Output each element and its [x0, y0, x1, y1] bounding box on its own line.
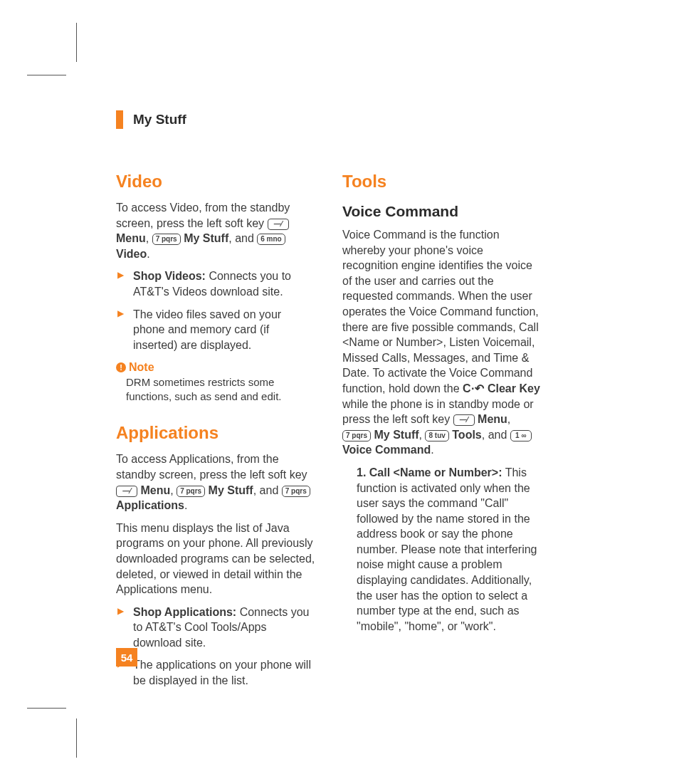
tools-label: Tools — [452, 429, 481, 441]
bullet-lead: Shop Applications: — [133, 606, 236, 618]
key-1-icon: 1 ∞ — [510, 430, 532, 441]
apps-body: This menu displays the list of Java prog… — [116, 521, 315, 597]
text: , and — [228, 232, 257, 244]
softkey-icon: —⁄ — [268, 219, 289, 230]
list-item: The video files saved on your phone and … — [116, 307, 315, 353]
softkey-icon: —⁄ — [116, 486, 137, 497]
clear-key-label: Clear Key — [488, 382, 540, 394]
note-icon: ! — [116, 362, 126, 372]
list-item: Shop Videos: Connects you to AT&T's Vide… — [116, 268, 315, 299]
list-item: The applications on your phone will be d… — [116, 657, 315, 688]
list-item: Shop Applications: Connects you to AT&T'… — [116, 605, 315, 651]
crop-mark — [76, 23, 77, 62]
page-content: My Stuff Video To access Video, from the… — [116, 110, 572, 697]
text: To access Applications, from the standby… — [116, 453, 307, 481]
bullet-text: The applications on your phone will be d… — [133, 659, 311, 686]
applications-heading: Applications — [116, 423, 315, 443]
section-header: My Stuff — [116, 110, 572, 129]
voice-command-heading: Voice Command — [342, 203, 542, 220]
softkey-icon: —⁄ — [453, 414, 475, 426]
note-label: Note — [129, 361, 154, 373]
list-item: 1. Call <Name or Number>: This function … — [342, 465, 542, 634]
note-body: DRM sometimes restricts some functions, … — [116, 375, 315, 403]
clear-key-icon: C·↶ — [463, 382, 485, 394]
header-title: My Stuff — [133, 112, 186, 127]
voice-command-body: Voice Command is the function whereby yo… — [342, 227, 542, 458]
voice-command-list: 1. Call <Name or Number>: This function … — [342, 465, 542, 634]
apps-bullets: Shop Applications: Connects you to AT&T'… — [116, 605, 315, 689]
item-text: This function is activated only when the… — [357, 466, 537, 632]
menu-label: Menu — [140, 484, 170, 496]
item-lead: 1. Call <Name or Number>: — [357, 466, 502, 479]
text: Voice Command is the function whereby yo… — [342, 229, 539, 394]
apps-intro: To access Applications, from the standby… — [116, 451, 315, 513]
bullet-text: The video files saved on your phone and … — [133, 308, 281, 351]
key-6-icon: 6 mno — [257, 234, 285, 245]
note-heading: !Note — [116, 361, 315, 374]
mystuff-label: My Stuff — [209, 484, 253, 496]
text: To access Video, from the standby screen… — [116, 202, 290, 229]
key-8-icon: 8 tuv — [425, 430, 448, 441]
video-heading: Video — [116, 172, 315, 192]
page-number: 54 — [116, 648, 137, 667]
menu-label: Menu — [478, 413, 507, 425]
video-key-label: Video — [116, 248, 147, 260]
left-column: Video To access Video, from the standby … — [116, 172, 315, 697]
video-bullets: Shop Videos: Connects you to AT&T's Vide… — [116, 268, 315, 352]
crop-mark — [27, 75, 66, 75]
tools-heading: Tools — [342, 172, 542, 192]
key-7-icon: 7 pqrs — [152, 234, 181, 245]
mystuff-label: My Stuff — [184, 232, 228, 244]
voice-command-label: Voice Command — [342, 444, 431, 456]
text: , and — [253, 484, 282, 496]
mystuff-label: My Stuff — [374, 429, 419, 441]
apps-key-label: Applications — [116, 499, 184, 511]
text: , and — [482, 429, 510, 441]
crop-mark — [27, 708, 66, 709]
header-accent-icon — [116, 110, 123, 129]
key-7-icon: 7 pqrs — [342, 430, 371, 441]
right-column: Tools Voice Command Voice Command is the… — [342, 172, 542, 697]
key-7-icon: 7 pqrs — [177, 486, 205, 497]
key-7-icon: 7 pqrs — [282, 486, 310, 497]
video-intro: To access Video, from the standby screen… — [116, 200, 315, 261]
menu-label: Menu — [116, 232, 146, 244]
bullet-lead: Shop Videos: — [133, 270, 206, 282]
crop-mark — [76, 718, 77, 758]
